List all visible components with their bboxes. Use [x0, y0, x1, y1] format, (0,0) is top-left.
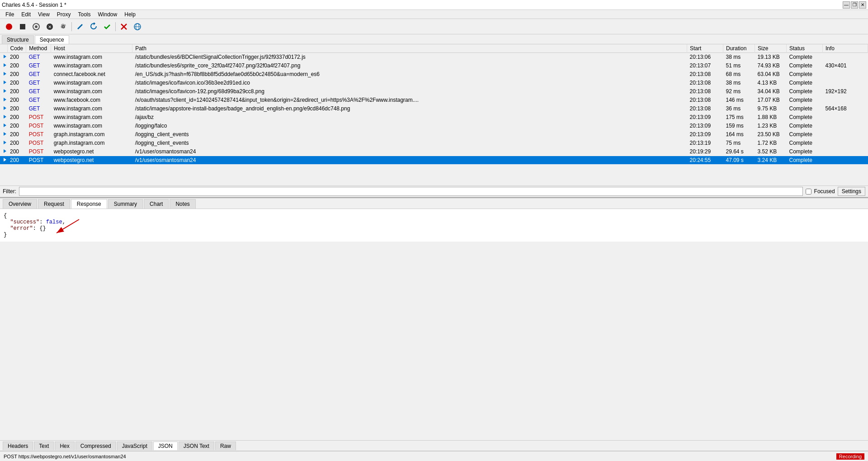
- tab-request[interactable]: Request: [38, 199, 70, 209]
- edit-button[interactable]: [74, 20, 86, 33]
- format-tab-compressed[interactable]: Compressed: [75, 442, 116, 450]
- format-tab-hex[interactable]: Hex: [55, 442, 74, 450]
- table-row[interactable]: 200 POST www.instagram.com /logging/falc…: [0, 122, 868, 130]
- row-size: 34.04 KB: [755, 87, 787, 96]
- table-row[interactable]: 200 POST www.instagram.com /ajax/bz 20:1…: [0, 113, 868, 122]
- validate-button[interactable]: [101, 20, 113, 33]
- tab-summary[interactable]: Summary: [108, 199, 143, 209]
- col-status-header[interactable]: Status: [787, 44, 823, 53]
- menu-tools[interactable]: Tools: [75, 10, 94, 19]
- minimize-button[interactable]: —: [843, 1, 850, 9]
- tab-chart[interactable]: Chart: [144, 199, 169, 209]
- col-code-header[interactable]: Code: [7, 44, 26, 53]
- row-path: /logging_client_events: [132, 139, 687, 147]
- tab-response[interactable]: Response: [71, 199, 107, 209]
- clear-button[interactable]: ✕: [43, 20, 56, 33]
- format-tab-text[interactable]: Text: [34, 442, 54, 450]
- table-row[interactable]: 200 POST graph.instagram.com /logging_cl…: [0, 130, 868, 139]
- col-host-header[interactable]: Host: [51, 44, 132, 53]
- arrow-icon: [3, 140, 7, 145]
- row-code: 200: [7, 147, 26, 156]
- col-path-header[interactable]: Path: [132, 44, 687, 53]
- row-info: [823, 130, 868, 139]
- col-method-header[interactable]: Method: [26, 44, 51, 53]
- settings-button[interactable]: Settings: [838, 187, 865, 196]
- row-size: 74.93 KB: [755, 62, 787, 70]
- svg-marker-11: [4, 55, 6, 58]
- menu-proxy[interactable]: Proxy: [53, 10, 75, 19]
- row-code: 200: [7, 105, 26, 113]
- focused-checkbox[interactable]: [806, 189, 811, 195]
- row-duration: 75 ms: [723, 139, 755, 147]
- format-tab-javascript[interactable]: JavaScript: [117, 442, 152, 450]
- col-start-header[interactable]: Start: [687, 44, 723, 53]
- tab-notes[interactable]: Notes: [170, 199, 195, 209]
- col-duration-header[interactable]: Duration: [723, 44, 755, 53]
- arrow-icon: [3, 157, 7, 162]
- refresh-button[interactable]: [87, 20, 100, 33]
- cancel-button[interactable]: [118, 20, 130, 33]
- tab-structure[interactable]: Structure: [2, 35, 34, 44]
- row-path: /static/bundles/es6/sprite_core_32f0a4f2…: [132, 62, 687, 70]
- row-path: /static/images/appstore-install-badges/b…: [132, 105, 687, 113]
- col-size-header[interactable]: Size: [755, 44, 787, 53]
- menu-view[interactable]: View: [34, 10, 53, 19]
- row-method: GET: [26, 53, 51, 62]
- settings-gear-button[interactable]: [57, 20, 70, 33]
- browser-button[interactable]: [131, 20, 144, 33]
- row-info: [823, 79, 868, 87]
- row-code: 200: [7, 53, 26, 62]
- record-button[interactable]: [3, 20, 15, 33]
- menu-file[interactable]: File: [2, 10, 18, 19]
- close-button[interactable]: ✕: [859, 1, 866, 9]
- filter-right: Focused Settings: [806, 187, 865, 196]
- row-size: 4.13 KB: [755, 79, 787, 87]
- row-size: 63.04 KB: [755, 70, 787, 79]
- maximize-button[interactable]: ❐: [851, 1, 858, 9]
- svg-marker-22: [4, 149, 6, 153]
- format-tab-raw[interactable]: Raw: [215, 442, 236, 450]
- table-row[interactable]: 200 GET www.instagram.com /static/bundle…: [0, 62, 868, 70]
- row-icon: [0, 139, 7, 147]
- table-row[interactable]: 200 GET www.instagram.com /static/images…: [0, 79, 868, 87]
- table-row[interactable]: 200 POST graph.instagram.com /logging_cl…: [0, 139, 868, 147]
- row-size: 19.13 KB: [755, 53, 787, 62]
- arrow-icon: [3, 132, 7, 136]
- table-row[interactable]: 200 GET connect.facebook.net /en_US/sdk.…: [0, 70, 868, 79]
- upper-area: Code Method Host Path Start Duration Siz…: [0, 44, 868, 198]
- row-status: Complete: [787, 96, 823, 105]
- menu-edit[interactable]: Edit: [18, 10, 34, 19]
- format-tab-headers[interactable]: Headers: [3, 442, 33, 450]
- row-info: [823, 139, 868, 147]
- row-duration: 68 ms: [723, 70, 755, 79]
- col-info-header[interactable]: Info: [823, 44, 868, 53]
- filter-input[interactable]: [19, 187, 803, 196]
- menu-window[interactable]: Window: [94, 10, 121, 19]
- table-row[interactable]: 200 GET www.instagram.com /static/images…: [0, 105, 868, 113]
- row-status: Complete: [787, 62, 823, 70]
- table-row[interactable]: 200 POST webpostegro.net /v1/user/osmant…: [0, 156, 868, 165]
- tab-overview[interactable]: Overview: [3, 199, 37, 209]
- tab-sequence[interactable]: Sequence: [35, 35, 69, 44]
- throttle-button[interactable]: [30, 20, 42, 33]
- table-row[interactable]: 200 GET www.instagram.com /static/bundle…: [0, 53, 868, 62]
- table-wrapper[interactable]: Code Method Host Path Start Duration Siz…: [0, 44, 868, 185]
- arrow-icon: [3, 97, 7, 102]
- row-duration: 164 ms: [723, 130, 755, 139]
- row-duration: 29.64 s: [723, 147, 755, 156]
- titlebar-controls: — ❐ ✕: [843, 1, 866, 9]
- arrow-icon: [3, 114, 7, 119]
- format-tabs: Headers Text Hex Compressed JavaScript J…: [0, 440, 868, 451]
- menu-help[interactable]: Help: [121, 10, 139, 19]
- row-info: [823, 53, 868, 62]
- table-row[interactable]: 200 GET www.instagram.com /static/images…: [0, 87, 868, 96]
- row-start: 20:19:29: [687, 147, 723, 156]
- format-tab-json-text[interactable]: JSON Text: [179, 442, 214, 450]
- row-path: /en_US/sdk.js?hash=f678bf8bb8f5d5ddefae0…: [132, 70, 687, 79]
- format-tab-json[interactable]: JSON: [153, 442, 178, 450]
- table-row[interactable]: 200 GET www.facebook.com /x/oauth/status…: [0, 96, 868, 105]
- stop-button[interactable]: [16, 20, 29, 33]
- table-row[interactable]: 200 POST webpostegro.net /v1/user/osmant…: [0, 147, 868, 156]
- row-icon: [0, 122, 7, 130]
- json-value-success: false: [46, 219, 62, 225]
